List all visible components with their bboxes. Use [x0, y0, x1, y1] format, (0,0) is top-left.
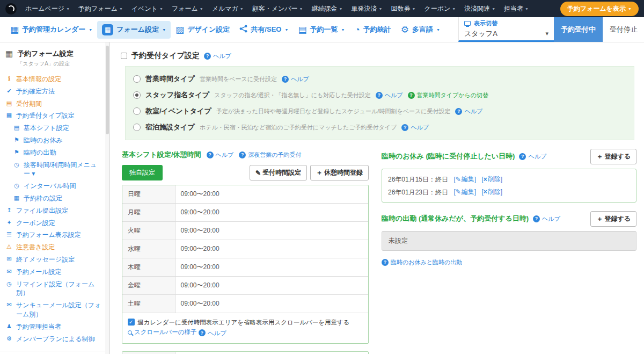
sidebar-item[interactable]: ✉ サンキューメール設定（フォーム別）: [0, 299, 105, 321]
help-link[interactable]: ヘルプ: [455, 107, 482, 115]
break-time-register-button[interactable]: 休憩時間登録: [310, 165, 369, 180]
topnav-item[interactable]: ホームページ: [21, 4, 74, 13]
share-icon: [239, 25, 247, 34]
reception-type-description: スタッフの指名/選択・「指名無し」にも対応した受付設定: [214, 91, 371, 99]
delete-entry-link[interactable]: 削除: [484, 175, 501, 184]
radio-button[interactable]: [133, 75, 141, 83]
sidebar-item-icon: ↥: [5, 206, 13, 214]
topnav-item[interactable]: 予約フォーム: [74, 4, 127, 13]
topnav-item[interactable]: 担当者: [500, 4, 533, 13]
late-night-reception-link[interactable]: 深夜営業の予約受付: [239, 151, 301, 159]
topnav-item[interactable]: クーポン: [420, 4, 460, 13]
radio-button[interactable]: [133, 91, 141, 99]
radio-button[interactable]: [133, 124, 141, 131]
sidebar-item[interactable]: ▦ 予約枠の設定: [0, 192, 105, 205]
sidebar-item[interactable]: ✉ 終了メッセージ設定: [0, 254, 105, 266]
sidebar-item[interactable]: ↥ ファイル提出設定: [0, 205, 105, 217]
stop-accepting-button[interactable]: 受付停止: [603, 17, 644, 42]
closed-open-help-link[interactable]: 臨時のお休みと臨時の出勤: [382, 258, 462, 266]
sidebar-item[interactable]: ◷ 接客時間/利用時間メニュー ▾: [0, 159, 105, 180]
weekly-shift-box: 日曜 09:00〜20:00 月曜 09:00〜20:00: [122, 185, 369, 344]
topnav-item[interactable]: フォーム: [167, 4, 208, 13]
sidebar-item[interactable]: ⚑ 臨時のお休み: [0, 134, 105, 147]
help-icon: [533, 215, 540, 222]
sidebar-item[interactable]: ☰ 予約フォーム表示設定: [0, 229, 105, 241]
toolbar-item-reservation-calendar[interactable]: ▦ 予約管理カレンダー: [5, 21, 97, 38]
sidebar-item[interactable]: ▤ 受付期間: [0, 98, 105, 110]
topnav-item[interactable]: メルマガ: [208, 4, 248, 13]
scrollbar-option-checkbox[interactable]: [128, 319, 135, 326]
help-link[interactable]: ヘルプ: [199, 328, 226, 338]
holiday-shift-box: 祝日 09:00〜20:00: [122, 351, 369, 354]
scrollbar-preview-link[interactable]: スクロールバーの様子: [128, 327, 197, 337]
reception-type-label: 営業時間タイプ: [145, 74, 195, 84]
register-open-day-button[interactable]: 登録する: [590, 211, 636, 227]
help-link[interactable]: ヘルプ: [207, 151, 234, 159]
toolbar-item-design-settings[interactable]: ▨ デザイン設定: [171, 21, 235, 38]
custom-setting-button[interactable]: 独自設定: [122, 165, 163, 180]
sidebar-item[interactable]: ♟ 予約管理担当者: [0, 321, 105, 333]
register-closed-day-button[interactable]: 登録する: [590, 149, 636, 164]
sidebar-item-label: 臨時のお休み: [24, 136, 63, 145]
reception-type-option[interactable]: スタッフ指名タイプ スタッフの指名/選択・「指名無し」にも対応した受付設定 ヘル…: [133, 87, 626, 103]
sidebar-scrollbar[interactable]: [105, 42, 109, 354]
help-link[interactable]: ヘルプ: [519, 153, 546, 161]
sidebar-item-label: 受付期間: [16, 99, 42, 109]
delete-x-icon: [484, 188, 487, 196]
scrollbar-option-row: 週カレンダーに受付時間表示エリアを省略表示用スクロールバーを用意する スクロール…: [122, 313, 368, 343]
help-icon: [382, 259, 389, 266]
calendar-icon: ▦: [10, 25, 19, 34]
display-switch-select[interactable]: 表示切替 スタッフA: [458, 17, 554, 42]
delete-entry-link[interactable]: 削除: [484, 187, 501, 197]
topnav-item[interactable]: 単発決済: [347, 4, 386, 13]
sidebar-item[interactable]: ✦ クーポン設定: [0, 217, 105, 229]
reception-type-description: ホテル・民宿・民泊など宿泊のご予約受付にマッチしたご予約受付タイプ: [200, 124, 397, 132]
toolbar-item-multilanguage[interactable]: ⚙ 多言語: [396, 21, 445, 38]
topnav-item[interactable]: 顧客・メンバー: [248, 4, 308, 13]
toolbar-item-share-seo[interactable]: 共有/SEO: [235, 21, 293, 38]
sidebar-item[interactable]: ▦ 予約受付タイプ設定: [0, 110, 105, 122]
closed-day-entry: 26年01月15日：終日 編集 削除: [388, 173, 630, 186]
topnav-item[interactable]: 決済関連: [460, 4, 500, 13]
sidebar-item[interactable]: ℹ 基本情報の設定: [0, 73, 105, 85]
toolbar-item-form-settings[interactable]: ▦ フォーム設定: [97, 21, 171, 39]
reception-time-setting-button[interactable]: 受付時間設定: [250, 165, 307, 180]
accepting-status-button[interactable]: 予約受付中: [554, 17, 603, 42]
sidebar-item-icon: ◷: [13, 161, 20, 169]
sidebar-item[interactable]: ⚠ 注意書き設定: [0, 241, 105, 254]
sidebar-item[interactable]: ◷ インターバル時間: [0, 180, 105, 192]
help-link[interactable]: ヘルプ: [401, 124, 429, 132]
closed-days-list: 26年01月15日：終日 編集 削除 26年01月23日：終日 編集 削除: [382, 169, 636, 203]
sidebar-item[interactable]: ✉ 予約メール設定: [0, 266, 105, 278]
help-link[interactable]: ヘルプ: [282, 75, 309, 83]
reception-type-option[interactable]: 宿泊施設タイプ ホテル・民宿・民泊など宿泊のご予約受付にマッチしたご予約受付タイ…: [133, 119, 626, 135]
switch-type-link[interactable]: 営業時間タイプからの切替: [408, 91, 489, 99]
top-navigation: ホームページ 予約フォーム イベント フォーム メルマガ 顧客・メンバー 継続課…: [0, 0, 644, 17]
edit-entry-link[interactable]: 編集: [456, 187, 474, 197]
day-cell: 土曜: [122, 295, 175, 313]
app-logo[interactable]: [5, 3, 17, 15]
reception-type-option[interactable]: 教室/イベントタイプ 予定が決まった日時や毎週月曜日など登録したスケジュール/時…: [133, 103, 626, 119]
closed-day-date: 26年01月15日：終日: [388, 176, 448, 183]
sidebar-item[interactable]: ⚙ メンバープランによる制御: [0, 333, 105, 345]
topnav-item[interactable]: 継続課金: [308, 4, 347, 13]
sidebar-item[interactable]: ⚑ 臨時の出勤: [0, 147, 105, 159]
display-switch-value: スタッフA: [464, 29, 548, 39]
topnav-item[interactable]: イベント: [127, 4, 167, 13]
help-link[interactable]: ヘルプ: [204, 52, 231, 60]
settings-sidebar: ▦ 予約フォーム設定 「スタッフA」の設定 ℹ 基本情報の設定 ✔ 予約確定方法…: [0, 42, 110, 354]
sidebar-item[interactable]: ✔ 予約確定方法: [0, 85, 105, 98]
radio-button[interactable]: [133, 107, 141, 115]
toolbar-item-reservation-list[interactable]: ▤ 予約一覧: [293, 21, 349, 38]
sidebar-scrollbar-thumb[interactable]: [106, 46, 109, 134]
toolbar-item-reservation-stats[interactable]: ◔ 予約統計: [349, 21, 396, 38]
edit-entry-link[interactable]: 編集: [456, 175, 474, 184]
help-link[interactable]: ヘルプ: [533, 215, 560, 223]
help-link[interactable]: ヘルプ: [376, 91, 403, 99]
reception-type-option[interactable]: 営業時間タイプ 営業時間をベースに受付設定 ヘルプ: [133, 71, 626, 87]
show-booking-form-button[interactable]: 予約フォームを表示: [560, 2, 639, 16]
sidebar-item[interactable]: ▤ 基本シフト設定: [0, 122, 105, 134]
sidebar-item[interactable]: ◷ リマインド設定（フォーム別）: [0, 278, 105, 300]
temporary-open-heading: 臨時の出勤 (通常休みだが、予約受付する日時): [382, 214, 529, 223]
topnav-item[interactable]: 回数券: [386, 4, 420, 13]
